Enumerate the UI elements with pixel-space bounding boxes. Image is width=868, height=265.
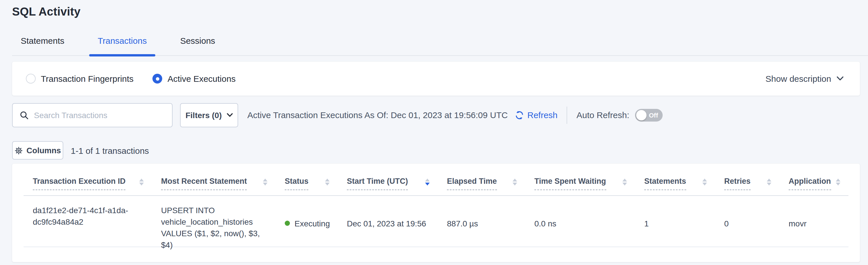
sort-icon[interactable] [767, 179, 771, 186]
radio-active-executions[interactable]: Active Executions [152, 74, 236, 83]
cell-retries: 0 [715, 196, 779, 250]
status-label: Executing [294, 217, 330, 229]
cell-transaction-execution-id: da1f21e2-de71-4c1f-a1da-dc9fc94a84a2 [24, 196, 152, 250]
cell-most-recent-statement: UPSERT INTO vehicle_location_histories V… [152, 196, 276, 250]
cell-statements: 1 [635, 196, 715, 250]
cell-time-spent-waiting: 0.0 ns [525, 196, 635, 250]
tab-sessions-label: Sessions [180, 36, 215, 46]
page-title: SQL Activity [12, 3, 868, 20]
column-header-application[interactable]: Application [779, 164, 848, 195]
tab-statements-label: Statements [21, 36, 64, 46]
radio-selected-icon [152, 74, 162, 83]
toggle-state-label: Off [649, 111, 658, 118]
column-header-transaction-execution-id[interactable]: Transaction Execution ID [24, 164, 152, 195]
radio-transaction-fingerprints-label: Transaction Fingerprints [41, 74, 133, 83]
columns-button-label: Columns [27, 146, 61, 155]
column-header-start-time[interactable]: Start Time (UTC) [338, 164, 438, 195]
tab-sessions[interactable]: Sessions [172, 35, 224, 55]
sql-activity-page: SQL Activity Statements Transactions Ses… [0, 3, 868, 265]
sort-icon[interactable] [622, 179, 627, 186]
radio-transaction-fingerprints[interactable]: Transaction Fingerprints [26, 74, 133, 83]
cell-elapsed-time: 887.0 µs [438, 196, 525, 250]
sort-icon[interactable] [139, 179, 144, 186]
column-header-status[interactable]: Status [276, 164, 338, 195]
table-row: da1f21e2-de71-4c1f-a1da-dc9fc94a84a2 UPS… [24, 196, 848, 247]
refresh-label: Refresh [527, 110, 558, 120]
column-header-statements[interactable]: Statements [635, 164, 715, 195]
cell-application: movr [779, 196, 848, 250]
radio-unselected-icon [26, 74, 36, 83]
as-of-timestamp: Active Transaction Executions As Of: Dec… [247, 110, 508, 120]
cell-status: Executing [276, 196, 338, 250]
transactions-table-card: Transaction Execution ID Most Recent Sta… [12, 164, 860, 262]
toolbar-divider [567, 106, 567, 124]
refresh-button[interactable]: Refresh [515, 110, 558, 120]
search-box [12, 103, 173, 127]
chevron-down-icon [226, 113, 233, 117]
show-description-label: Show description [766, 74, 831, 83]
sort-icon[interactable] [513, 179, 517, 186]
toggle-knob [636, 110, 647, 120]
auto-refresh-toggle[interactable]: Off [635, 109, 663, 121]
column-header-retries[interactable]: Retries [715, 164, 779, 195]
column-header-most-recent-statement[interactable]: Most Recent Statement [152, 164, 276, 195]
column-header-time-spent-waiting[interactable]: Time Spent Waiting [525, 164, 635, 195]
filters-button-label: Filters (0) [186, 110, 222, 120]
sort-icon[interactable] [702, 179, 707, 186]
gear-icon [14, 146, 23, 155]
results-count: 1-1 of 1 transactions [71, 145, 149, 155]
radio-active-executions-label: Active Executions [167, 74, 236, 83]
sort-icon[interactable] [325, 179, 330, 186]
search-input[interactable] [34, 110, 166, 120]
cell-start-time: Dec 01, 2023 at 19:56 [338, 196, 438, 250]
status-executing-dot [285, 221, 290, 226]
tab-statements[interactable]: Statements [12, 35, 73, 55]
auto-refresh-label: Auto Refresh: [577, 110, 629, 120]
columns-button[interactable]: Columns [12, 141, 63, 160]
tab-transactions-label: Transactions [98, 36, 147, 46]
tab-bar: Statements Transactions Sessions [12, 35, 868, 56]
search-icon [20, 110, 29, 120]
column-header-elapsed-time[interactable]: Elapsed Time [438, 164, 525, 195]
sort-icon[interactable] [263, 179, 268, 186]
table-header-row: Transaction Execution ID Most Recent Sta… [24, 164, 848, 196]
sort-icon-active-desc[interactable] [425, 179, 430, 186]
refresh-icon [515, 110, 524, 120]
tab-transactions[interactable]: Transactions [89, 35, 156, 55]
toolbar: Filters (0) Active Transaction Execution… [12, 103, 860, 127]
show-description-toggle[interactable]: Show description [766, 74, 844, 83]
chevron-down-icon [836, 76, 844, 81]
transactions-table: Transaction Execution ID Most Recent Sta… [24, 164, 848, 247]
filters-button[interactable]: Filters (0) [180, 103, 238, 127]
view-mode-bar: Transaction Fingerprints Active Executio… [12, 62, 860, 96]
sort-icon[interactable] [836, 179, 840, 186]
table-controls: Columns 1-1 of 1 transactions [12, 141, 860, 160]
